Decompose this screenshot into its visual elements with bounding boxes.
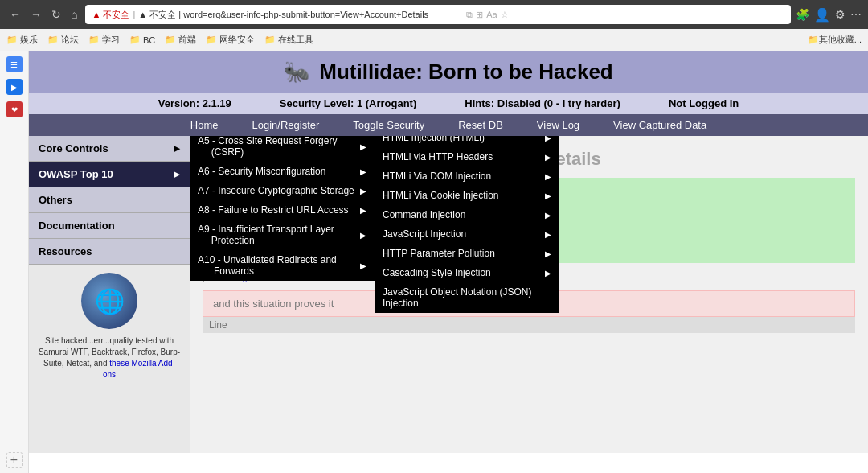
bookmark-frontend[interactable]: 前端 [165,34,196,46]
nav-view-log[interactable]: View Log [532,117,584,133]
security-warning: ▲ 不安全 [92,9,129,21]
menu-item-a6[interactable]: A6 - Security Misconfiguration ▶ [190,162,375,181]
app-header: 🐜 Mutillidae: Born to be Hacked [29,51,868,93]
chevron-right-icon: ▶ [174,144,180,153]
menu-item-command-injection[interactable]: Command Injection ▶ [375,205,559,224]
login-status-label: Not Logged In [669,97,739,109]
menu-item-htmli-cookie[interactable]: HTMLi Via Cookie Injection ▶ [375,186,559,205]
bookmark-forum[interactable]: 论坛 [47,34,79,46]
refresh-button[interactable]: ↻ [48,6,64,23]
ext-icon-2[interactable]: ▶ [6,79,23,95]
read-mode-icon[interactable]: Aa [486,10,497,19]
menu-item-a10[interactable]: A10 - Unvalidated Redirects and Forwards… [190,250,375,281]
sidebar-item-core-controls[interactable]: Core Controls ▶ [29,136,190,162]
browser-action-buttons[interactable]: 🧩 👤 ⚙ ⋯ [796,7,862,23]
hints-label: Hints: Disabled (0 - I try harder) [465,97,620,109]
nav-bar: Home Login/Register Toggle Security Rese… [29,114,868,136]
ext-icon-1[interactable]: ☰ [6,56,23,72]
version-bar: Version: 2.1.19 Security Level: 1 (Arrog… [29,93,868,114]
menu-item-http-param[interactable]: HTTP Parameter Pollution ▶ [375,244,559,263]
nav-view-captured[interactable]: View Captured Data [608,117,711,133]
nav-toggle-security[interactable]: Toggle Security [348,117,429,133]
url-copy-icon[interactable]: ⧉ [466,10,473,20]
sidebar-item-others[interactable]: Others [29,187,190,213]
settings-icon[interactable]: ⚙ [835,8,845,21]
browser-chrome: ← → ↻ ⌂ ▲ 不安全 | ▲ 不安全 | word=erq&user-in… [0,0,868,29]
dropdown-level1: A1 - Injection ▶ A2 - Cross Site Scripti… [190,136,375,281]
sidebar-addon-link[interactable]: these Mozilla Add-ons [103,359,175,379]
version-label: Version: 2.1.19 [158,97,231,109]
menu-item-a5[interactable]: A5 - Cross Site Request Forgery (CSRF) ▶ [190,136,375,162]
menu-item-htmli[interactable]: HTML Injection (HTMLi) ▶ [375,136,559,147]
chevron-right-icon-2: ▶ [174,170,180,179]
menu-item-a9[interactable]: A9 - Insufficient Transport Layer Protec… [190,220,375,250]
security-level-label: Security Level: 1 (Arrogant) [280,97,417,109]
logo-image: 🌐 [81,273,137,329]
forward-button[interactable]: → [27,6,45,23]
app-title: 🐜 Mutillidae: Born to be Hacked [29,60,868,84]
menu-item-htmli-headers[interactable]: HTMLi via HTTP Headers ▶ [375,147,559,167]
profile-icon[interactable]: 👤 [814,7,830,23]
nav-buttons[interactable]: ← → ↻ ⌂ [6,6,80,23]
sidebar-item-documentation[interactable]: Documentation [29,213,190,239]
nav-login-register[interactable]: Login/Register [247,117,324,133]
home-button[interactable]: ⌂ [68,6,80,23]
bookmark-bc[interactable]: BC [129,35,155,45]
extensions-icon[interactable]: 🧩 [796,8,809,21]
ant-icon: 🐜 [284,60,309,84]
bookmarks-bar: 娱乐 论坛 学习 BC 前端 网络安全 在线工具 其他收藏... [0,29,868,51]
menu-item-json-injection[interactable]: JavaScript Object Notation (JSON)Injecti… [375,282,559,313]
bookmark-entertainment[interactable]: 娱乐 [6,34,38,46]
bookmark-tools[interactable]: 在线工具 [264,34,313,46]
menu-item-a8[interactable]: A8 - Failure to Restrict URL Access ▶ [190,200,375,220]
bookmark-icon[interactable]: ☆ [501,10,509,20]
table-header: Line [203,317,855,333]
browser-sidebar: ☰ ▶ ❤ + [0,51,29,473]
ext-icon-3[interactable]: ❤ [6,101,23,117]
menu-item-css-injection[interactable]: Cascading Style Injection ▶ [375,263,559,282]
back-button[interactable]: ← [6,6,24,23]
sidebar-item-resources[interactable]: Resources [29,239,190,265]
content-area: Core Controls ▶ OWASP Top 10 ▶ Others Do… [29,136,868,453]
sidebar-item-owasp[interactable]: OWASP Top 10 ▶ [29,162,190,187]
menu-item-js-injection[interactable]: JavaScript Injection ▶ [375,224,559,244]
sidebar-site-text: Site hacked...err...quality tested with … [37,335,182,380]
page-wrapper: ☰ ▶ ❤ + 🐜 Mutillidae: Born to be Hacked … [0,51,868,473]
other-bookmarks[interactable]: 其他收藏... [808,34,862,46]
nav-reset-db[interactable]: Reset DB [453,117,508,133]
address-bar[interactable]: ▲ 不安全 | ▲ 不安全 | word=erq&user-info-php-s… [85,5,791,24]
dropdown-menu-l1: A1 - Injection ▶ A2 - Cross Site Scripti… [190,136,375,281]
dropdown-menu-l2: SQLi - Extract Data ▶ SQLi - Bypass Auth… [375,136,559,313]
page-content: View your details Enter username and pas… [190,136,868,453]
sidebar-logo: 🌐 Site hacked...err...quality tested wit… [29,265,190,389]
menu-icon[interactable]: ⋯ [850,8,862,21]
dropdown-level2: SQLi - Extract Data ▶ SQLi - Bypass Auth… [375,136,559,313]
main-content: 🐜 Mutillidae: Born to be Hacked Version:… [29,51,868,473]
menu-item-htmli-dom[interactable]: HTMLi Via DOM Injection ▶ [375,167,559,186]
ext-icon-add[interactable]: + [6,452,23,468]
url-text: ▲ 不安全 | word=erq&user-info-php-submit-bu… [138,9,460,21]
bookmark-study[interactable]: 学习 [88,34,120,46]
error-text: and this situation proves it [213,298,334,310]
url-options[interactable]: ⊞ [476,10,483,20]
nav-home[interactable]: Home [186,117,223,133]
left-sidebar: Core Controls ▶ OWASP Top 10 ▶ Others Do… [29,136,190,453]
menu-item-a7[interactable]: A7 - Insecure Cryptographic Storage ▶ [190,181,375,200]
bookmark-security[interactable]: 网络安全 [206,34,255,46]
